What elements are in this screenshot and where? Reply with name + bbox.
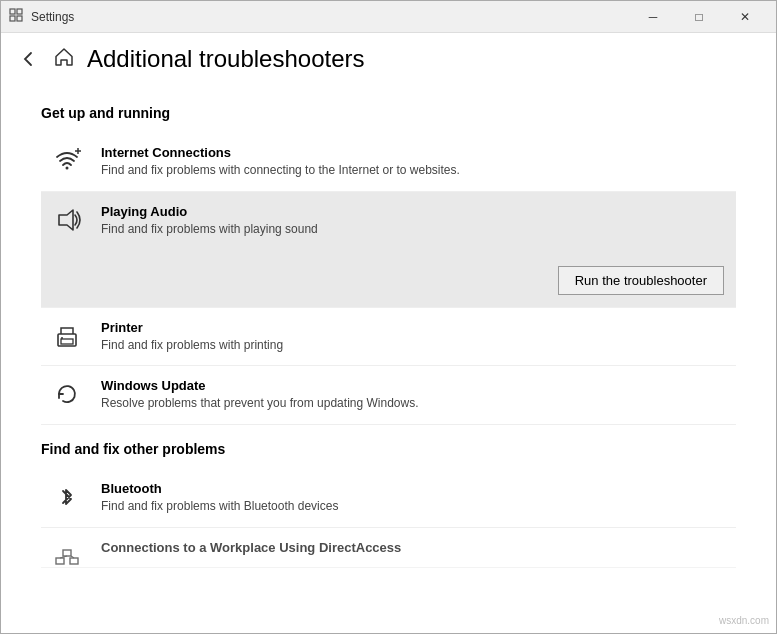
playing-audio-desc: Find and fix problems with playing sound: [101, 221, 728, 238]
bluetooth-icon: [49, 481, 85, 511]
home-icon: [53, 46, 75, 73]
run-btn-container: Run the troubleshooter: [49, 254, 728, 295]
page-title-area: Additional troubleshooters: [53, 45, 365, 73]
playing-audio-top: Playing Audio Find and fix problems with…: [49, 204, 728, 238]
watermark: wsxdn.com: [719, 615, 769, 626]
printer-text: Printer Find and fix problems with print…: [101, 320, 728, 354]
svg-rect-11: [56, 558, 64, 564]
title-bar-left: Settings: [9, 8, 74, 26]
printer-name: Printer: [101, 320, 728, 335]
printer-desc: Find and fix problems with printing: [101, 337, 728, 354]
page-header: Additional troubleshooters: [1, 33, 776, 81]
settings-icon: [9, 8, 23, 26]
svg-rect-0: [10, 9, 15, 14]
internet-connections-name: Internet Connections: [101, 145, 728, 160]
item-internet-connections[interactable]: Internet Connections Find and fix proble…: [41, 133, 736, 192]
page-title: Additional troubleshooters: [87, 45, 365, 73]
svg-rect-1: [17, 9, 22, 14]
svg-point-4: [66, 167, 69, 170]
refresh-icon: [49, 378, 85, 408]
playing-audio-name: Playing Audio: [101, 204, 728, 219]
minimize-button[interactable]: ─: [630, 1, 676, 33]
connection-workplace-text: Connections to a Workplace Using DirectA…: [101, 540, 728, 557]
svg-rect-9: [61, 339, 73, 344]
bluetooth-name: Bluetooth: [101, 481, 728, 496]
section-title-1: Get up and running: [41, 105, 736, 121]
svg-rect-3: [17, 16, 22, 21]
windows-update-text: Windows Update Resolve problems that pre…: [101, 378, 728, 412]
audio-icon: [49, 204, 85, 234]
content-area: Additional troubleshooters Get up and ru…: [1, 33, 776, 634]
item-bluetooth[interactable]: Bluetooth Find and fix problems with Blu…: [41, 469, 736, 528]
item-printer[interactable]: Printer Find and fix problems with print…: [41, 308, 736, 367]
svg-rect-2: [10, 16, 15, 21]
main-content: Get up and running Internet Connect: [1, 81, 776, 588]
svg-rect-12: [63, 550, 71, 556]
item-playing-audio[interactable]: Playing Audio Find and fix problems with…: [41, 192, 736, 308]
close-button[interactable]: ✕: [722, 1, 768, 33]
run-troubleshooter-button[interactable]: Run the troubleshooter: [558, 266, 724, 295]
internet-connections-text: Internet Connections Find and fix proble…: [101, 145, 728, 179]
windows-update-desc: Resolve problems that prevent you from u…: [101, 395, 728, 412]
maximize-button[interactable]: □: [676, 1, 722, 33]
network-icon: [49, 540, 85, 568]
windows-update-name: Windows Update: [101, 378, 728, 393]
internet-connections-desc: Find and fix problems with connecting to…: [101, 162, 728, 179]
title-bar-controls: ─ □ ✕: [630, 1, 768, 33]
bluetooth-text: Bluetooth Find and fix problems with Blu…: [101, 481, 728, 515]
printer-icon: [49, 320, 85, 350]
back-button[interactable]: [17, 47, 41, 71]
item-windows-update[interactable]: Windows Update Resolve problems that pre…: [41, 366, 736, 425]
item-connection-workplace[interactable]: Connections to a Workplace Using DirectA…: [41, 528, 736, 568]
svg-rect-13: [70, 558, 78, 564]
svg-marker-7: [59, 210, 73, 230]
section-title-2: Find and fix other problems: [41, 441, 736, 457]
bluetooth-desc: Find and fix problems with Bluetooth dev…: [101, 498, 728, 515]
connection-workplace-name: Connections to a Workplace Using DirectA…: [101, 540, 728, 555]
section-get-up-running: Get up and running Internet Connect: [41, 105, 736, 425]
section-find-fix-other: Find and fix other problems Bluetooth Fi…: [41, 441, 736, 568]
title-bar: Settings ─ □ ✕: [1, 1, 776, 33]
playing-audio-text: Playing Audio Find and fix problems with…: [101, 204, 728, 238]
title-bar-title: Settings: [31, 10, 74, 24]
wifi-icon: [49, 145, 85, 175]
